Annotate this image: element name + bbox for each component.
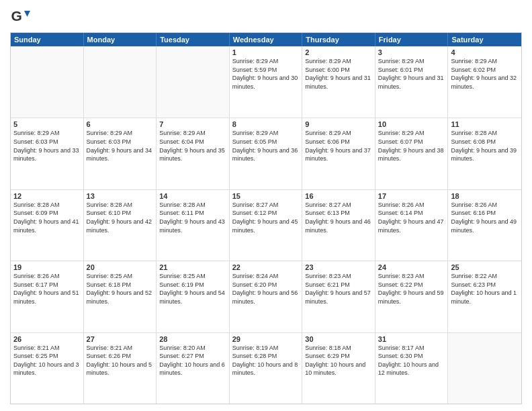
day-number: 10 <box>378 120 445 128</box>
calendar-cell: 12Sunrise: 8:28 AM Sunset: 6:09 PM Dayli… <box>11 190 84 261</box>
day-info: Sunrise: 8:26 AM Sunset: 6:16 PM Dayligh… <box>451 201 519 234</box>
logo-icon: G <box>10 7 30 27</box>
day-info: Sunrise: 8:26 AM Sunset: 6:14 PM Dayligh… <box>378 201 445 234</box>
day-info: Sunrise: 8:23 AM Sunset: 6:22 PM Dayligh… <box>378 272 445 306</box>
day-info: Sunrise: 8:29 AM Sunset: 6:07 PM Dayligh… <box>378 129 445 163</box>
day-number: 30 <box>305 335 372 343</box>
day-number: 9 <box>305 120 372 128</box>
calendar-cell: 26Sunrise: 8:21 AM Sunset: 6:25 PM Dayli… <box>11 333 84 404</box>
day-number: 8 <box>232 120 300 128</box>
calendar-cell: 31Sunrise: 8:17 AM Sunset: 6:30 PM Dayli… <box>375 333 449 404</box>
calendar-cell: 9Sunrise: 8:29 AM Sunset: 6:06 PM Daylig… <box>302 118 375 189</box>
day-number: 31 <box>378 335 445 343</box>
day-number: 14 <box>159 192 226 200</box>
day-info: Sunrise: 8:18 AM Sunset: 6:29 PM Dayligh… <box>305 344 372 377</box>
day-info: Sunrise: 8:22 AM Sunset: 6:23 PM Dayligh… <box>451 272 519 306</box>
calendar-row-5: 26Sunrise: 8:21 AM Sunset: 6:25 PM Dayli… <box>11 332 521 404</box>
calendar-cell: 1Sunrise: 8:29 AM Sunset: 5:59 PM Daylig… <box>230 46 303 118</box>
calendar-row-4: 19Sunrise: 8:26 AM Sunset: 6:17 PM Dayli… <box>11 261 521 332</box>
day-number: 15 <box>232 192 300 200</box>
calendar-cell: 5Sunrise: 8:29 AM Sunset: 6:03 PM Daylig… <box>11 118 84 189</box>
day-info: Sunrise: 8:29 AM Sunset: 6:03 PM Dayligh… <box>13 129 81 163</box>
day-info: Sunrise: 8:29 AM Sunset: 6:03 PM Dayligh… <box>87 129 154 163</box>
day-number: 17 <box>378 192 445 200</box>
calendar-cell: 29Sunrise: 8:19 AM Sunset: 6:28 PM Dayli… <box>230 333 303 404</box>
calendar-cell: 24Sunrise: 8:23 AM Sunset: 6:22 PM Dayli… <box>375 261 449 332</box>
day-number: 27 <box>87 335 154 343</box>
page-container: G SundayMondayTuesdayWednesdayThursdayFr… <box>0 0 532 411</box>
calendar-cell: 27Sunrise: 8:21 AM Sunset: 6:26 PM Dayli… <box>84 333 157 404</box>
calendar-cell: 6Sunrise: 8:29 AM Sunset: 6:03 PM Daylig… <box>84 118 157 189</box>
svg-text:G: G <box>11 8 22 24</box>
day-number: 29 <box>232 335 300 343</box>
calendar-cell: 8Sunrise: 8:29 AM Sunset: 6:05 PM Daylig… <box>230 118 303 189</box>
day-number: 2 <box>305 48 372 56</box>
day-info: Sunrise: 8:29 AM Sunset: 6:04 PM Dayligh… <box>159 129 226 163</box>
calendar-cell: 11Sunrise: 8:28 AM Sunset: 6:08 PM Dayli… <box>448 118 521 189</box>
calendar-cell: 23Sunrise: 8:23 AM Sunset: 6:21 PM Dayli… <box>302 261 375 332</box>
calendar-cell: 4Sunrise: 8:29 AM Sunset: 6:02 PM Daylig… <box>448 46 521 118</box>
day-info: Sunrise: 8:25 AM Sunset: 6:18 PM Dayligh… <box>87 272 154 306</box>
calendar-cell: 15Sunrise: 8:27 AM Sunset: 6:12 PM Dayli… <box>230 190 303 261</box>
calendar-header: SundayMondayTuesdayWednesdayThursdayFrid… <box>11 33 521 46</box>
day-info: Sunrise: 8:29 AM Sunset: 6:06 PM Dayligh… <box>305 129 372 163</box>
day-number: 16 <box>305 192 372 200</box>
day-info: Sunrise: 8:21 AM Sunset: 6:25 PM Dayligh… <box>13 344 81 377</box>
day-number: 18 <box>451 192 519 200</box>
calendar-body: 1Sunrise: 8:29 AM Sunset: 5:59 PM Daylig… <box>11 46 521 404</box>
day-number: 23 <box>305 263 372 271</box>
day-number: 20 <box>87 263 154 271</box>
header-day-saturday: Saturday <box>448 33 521 46</box>
calendar-cell: 28Sunrise: 8:20 AM Sunset: 6:27 PM Dayli… <box>157 333 230 404</box>
header-day-thursday: Thursday <box>302 33 375 46</box>
calendar-cell <box>448 333 521 404</box>
calendar-cell <box>84 46 157 118</box>
day-info: Sunrise: 8:27 AM Sunset: 6:12 PM Dayligh… <box>232 201 300 234</box>
day-number: 25 <box>451 263 519 271</box>
day-info: Sunrise: 8:26 AM Sunset: 6:17 PM Dayligh… <box>13 272 81 306</box>
day-number: 4 <box>451 48 519 56</box>
day-info: Sunrise: 8:29 AM Sunset: 6:01 PM Dayligh… <box>378 57 445 91</box>
calendar-cell: 22Sunrise: 8:24 AM Sunset: 6:20 PM Dayli… <box>230 261 303 332</box>
calendar-cell <box>157 46 230 118</box>
calendar-cell <box>11 46 84 118</box>
calendar-cell: 10Sunrise: 8:29 AM Sunset: 6:07 PM Dayli… <box>375 118 449 189</box>
header-day-tuesday: Tuesday <box>157 33 230 46</box>
header-day-friday: Friday <box>375 33 449 46</box>
day-info: Sunrise: 8:17 AM Sunset: 6:30 PM Dayligh… <box>378 344 445 377</box>
day-info: Sunrise: 8:28 AM Sunset: 6:10 PM Dayligh… <box>87 201 154 234</box>
day-number: 1 <box>232 48 300 56</box>
day-number: 28 <box>159 335 226 343</box>
day-number: 22 <box>232 263 300 271</box>
calendar-cell: 19Sunrise: 8:26 AM Sunset: 6:17 PM Dayli… <box>11 261 84 332</box>
day-number: 5 <box>13 120 81 128</box>
day-number: 21 <box>159 263 226 271</box>
calendar-row-2: 5Sunrise: 8:29 AM Sunset: 6:03 PM Daylig… <box>11 118 521 189</box>
day-number: 26 <box>13 335 81 343</box>
calendar-cell: 20Sunrise: 8:25 AM Sunset: 6:18 PM Dayli… <box>84 261 157 332</box>
day-number: 12 <box>13 192 81 200</box>
header: G <box>10 7 522 27</box>
logo: G <box>10 7 33 27</box>
day-info: Sunrise: 8:25 AM Sunset: 6:19 PM Dayligh… <box>159 272 226 306</box>
day-info: Sunrise: 8:29 AM Sunset: 6:00 PM Dayligh… <box>305 57 372 91</box>
calendar-cell: 7Sunrise: 8:29 AM Sunset: 6:04 PM Daylig… <box>157 118 230 189</box>
calendar-cell: 14Sunrise: 8:28 AM Sunset: 6:11 PM Dayli… <box>157 190 230 261</box>
day-info: Sunrise: 8:19 AM Sunset: 6:28 PM Dayligh… <box>232 344 300 377</box>
day-info: Sunrise: 8:27 AM Sunset: 6:13 PM Dayligh… <box>305 201 372 234</box>
calendar-cell: 16Sunrise: 8:27 AM Sunset: 6:13 PM Dayli… <box>302 190 375 261</box>
calendar-row-3: 12Sunrise: 8:28 AM Sunset: 6:09 PM Dayli… <box>11 189 521 261</box>
day-number: 6 <box>87 120 154 128</box>
calendar-cell: 30Sunrise: 8:18 AM Sunset: 6:29 PM Dayli… <box>302 333 375 404</box>
calendar-row-1: 1Sunrise: 8:29 AM Sunset: 5:59 PM Daylig… <box>11 46 521 118</box>
day-number: 19 <box>13 263 81 271</box>
calendar-cell: 17Sunrise: 8:26 AM Sunset: 6:14 PM Dayli… <box>375 190 449 261</box>
calendar-cell: 3Sunrise: 8:29 AM Sunset: 6:01 PM Daylig… <box>375 46 449 118</box>
header-day-monday: Monday <box>84 33 157 46</box>
day-number: 24 <box>378 263 445 271</box>
day-info: Sunrise: 8:20 AM Sunset: 6:27 PM Dayligh… <box>159 344 226 377</box>
calendar: SundayMondayTuesdayWednesdayThursdayFrid… <box>10 32 522 404</box>
calendar-cell: 25Sunrise: 8:22 AM Sunset: 6:23 PM Dayli… <box>448 261 521 332</box>
day-info: Sunrise: 8:28 AM Sunset: 6:08 PM Dayligh… <box>451 129 519 163</box>
header-day-sunday: Sunday <box>11 33 84 46</box>
